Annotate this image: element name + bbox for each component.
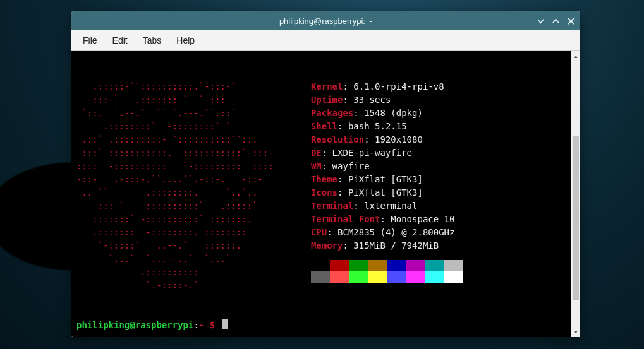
scroll-down-button[interactable]: ▾: [571, 327, 580, 337]
minimize-button[interactable]: [533, 14, 547, 28]
info-label: Terminal: [311, 201, 353, 211]
scrollbar-track[interactable]: [571, 61, 580, 327]
info-label: Icons: [311, 187, 337, 198]
info-label: Packages: [311, 108, 353, 118]
info-line: Icons: PiXflat [GTK3]: [311, 186, 463, 199]
info-value: : Monospace 10: [380, 214, 454, 224]
color-swatch: [444, 271, 463, 283]
color-swatch: [425, 271, 444, 283]
color-swatch: [311, 271, 330, 283]
info-line: Packages: 1548 (dpkg): [311, 107, 463, 120]
info-value: : 315MiB / 7942MiB: [343, 240, 439, 251]
neofetch-ascii-art: .:::::-``::::::::::.`-:::-` -:::-` .::::…: [76, 80, 311, 292]
window-buttons: [533, 11, 578, 30]
scroll-up-button[interactable]: ▴: [571, 51, 580, 61]
info-line: Terminal: lxterminal: [311, 199, 463, 213]
info-label: Memory: [311, 240, 343, 251]
swatch-row: [311, 260, 463, 271]
info-value: : 33 secs: [343, 95, 391, 105]
prompt-user: philipking: [76, 320, 130, 330]
prompt-symbol: $: [210, 320, 221, 330]
terminal-window: philipking@raspberrypi: ~ File Edit Tabs…: [71, 11, 580, 337]
info-value: : LXDE-pi-wayfire: [322, 148, 412, 158]
prompt-host: @raspberrypi: [130, 320, 193, 330]
info-line: Memory: 315MiB / 7942MiB: [311, 239, 463, 252]
info-value: : bash 5.2.15: [337, 121, 407, 131]
info-value: : BCM2835 (4) @ 2.800GHz: [327, 227, 454, 237]
info-label: Terminal Font: [311, 214, 380, 224]
color-swatch: [425, 260, 444, 271]
info-line: Shell: bash 5.2.15: [311, 120, 463, 133]
info-line: Resolution: 1920x1080: [311, 133, 463, 146]
shell-prompt: philipking@raspberrypi:~ $: [76, 319, 228, 332]
color-swatch: [406, 271, 425, 283]
menu-edit[interactable]: Edit: [105, 33, 135, 48]
neofetch-info: Kernel: 6.1.0-rpi4-rpi-v8Uptime: 33 secs…: [311, 80, 463, 292]
info-label: Shell: [311, 121, 337, 131]
info-line: DE: LXDE-pi-wayfire: [311, 146, 463, 160]
info-line: Theme: PiXflat [GTK3]: [311, 173, 463, 186]
info-line: WM: wayfire: [311, 160, 463, 173]
color-swatch: [349, 260, 368, 271]
terminal-area: .:::::-``::::::::::.`-:::-` -:::-` .::::…: [71, 51, 580, 337]
swatch-row: [311, 271, 463, 283]
terminal-cursor: [222, 319, 228, 329]
menu-tabs[interactable]: Tabs: [135, 33, 169, 48]
info-label: Uptime: [311, 95, 343, 105]
color-swatch: [311, 260, 330, 271]
scrollbar-thumb[interactable]: [573, 136, 579, 300]
chevron-up-icon: [552, 18, 559, 25]
info-label: Resolution: [311, 134, 364, 145]
scrollbar[interactable]: ▴ ▾: [571, 51, 580, 337]
window-title: philipking@raspberrypi: ~: [279, 16, 372, 26]
info-value: : PiXflat [GTK3]: [337, 174, 423, 184]
window-titlebar[interactable]: philipking@raspberrypi: ~: [71, 11, 580, 30]
info-value: : wayfire: [322, 161, 370, 171]
color-swatch: [406, 260, 425, 271]
info-line: CPU: BCM2835 (4) @ 2.800GHz: [311, 226, 463, 239]
close-button[interactable]: [564, 14, 578, 28]
color-swatch: [368, 260, 387, 271]
info-label: Kernel: [311, 81, 343, 92]
color-swatch: [330, 271, 349, 283]
prompt-path: ~: [199, 320, 210, 330]
info-value: : 1548 (dpkg): [353, 108, 423, 118]
info-value: : lxterminal: [353, 201, 417, 211]
menu-help[interactable]: Help: [169, 33, 202, 48]
color-swatches: [311, 260, 463, 283]
maximize-button[interactable]: [549, 14, 562, 28]
info-line: Terminal Font: Monospace 10: [311, 213, 463, 226]
terminal-output[interactable]: .:::::-``::::::::::.`-:::-` -:::-` .::::…: [71, 51, 571, 337]
info-value: : 6.1.0-rpi4-rpi-v8: [343, 81, 444, 92]
menu-file[interactable]: File: [75, 33, 105, 48]
info-value: : 1920x1080: [364, 134, 423, 145]
info-line: Kernel: 6.1.0-rpi4-rpi-v8: [311, 80, 463, 93]
close-icon: [568, 18, 574, 25]
color-swatch: [387, 271, 406, 283]
color-swatch: [330, 260, 349, 271]
menubar: File Edit Tabs Help: [71, 30, 580, 51]
color-swatch: [368, 271, 387, 283]
info-label: CPU: [311, 227, 327, 237]
info-label: WM: [311, 161, 322, 171]
prompt-separator: :: [193, 320, 198, 330]
chevron-down-icon: [537, 18, 544, 25]
info-label: Theme: [311, 174, 337, 184]
color-swatch: [349, 271, 368, 283]
info-line: Uptime: 33 secs: [311, 93, 463, 107]
info-label: DE: [311, 148, 322, 158]
color-swatch: [387, 260, 406, 271]
info-value: : PiXflat [GTK3]: [337, 187, 423, 198]
color-swatch: [444, 260, 463, 271]
